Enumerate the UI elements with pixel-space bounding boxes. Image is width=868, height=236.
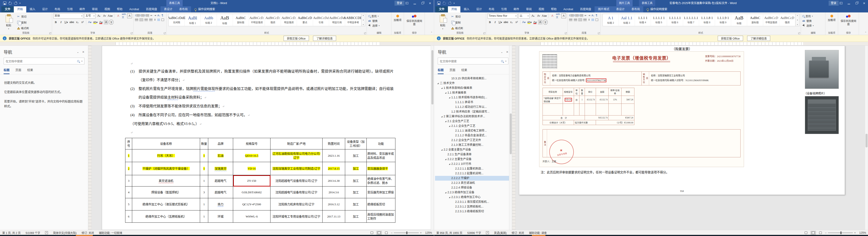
nav-heading-item[interactable]: 1 技术条款响应/偏差表 — [435, 86, 512, 91]
tab-插入[interactable]: 插入 — [460, 6, 473, 12]
zoom-level[interactable]: 125% — [424, 231, 432, 234]
get-office-button[interactable]: 获取正版 Office — [718, 36, 743, 41]
save-icon[interactable] — [3, 2, 6, 5]
search-icon[interactable] — [77, 60, 79, 62]
tab-邮件[interactable]: 邮件 — [76, 6, 89, 12]
format-painter-button[interactable]: 格式刷 — [451, 26, 463, 30]
font-size-combo[interactable]: 11▾ — [518, 13, 530, 19]
undo-icon[interactable] — [9, 2, 12, 5]
nav-heading-item[interactable]: 2.2.3 绝缘件加工设备 — [435, 190, 512, 195]
title-bar[interactable]: ▾ 图片工具 表格工具 宏泰电力-2025年变压器集中采购-包1投标文件 - W… — [434, 0, 868, 6]
style-item-引用[interactable]: AaBbCcDd引用 — [313, 14, 329, 26]
increase-indent-icon[interactable]: ⇥ — [154, 14, 156, 17]
subscript-icon[interactable]: x₂ — [509, 20, 514, 25]
style-item-不明显强调[interactable]: AaBbCcD不明显强调 — [763, 14, 779, 26]
addins-button[interactable]: 加载项 — [393, 13, 402, 22]
nav-heading-item[interactable]: 2.2.3.1 绝缘件加工中心 — [435, 195, 512, 200]
style-item-明显强调[interactable]: AaBbCcD.明显强调 — [281, 14, 297, 26]
styles-launcher-icon[interactable] — [364, 32, 366, 34]
clear-format-icon[interactable]: A — [550, 13, 555, 18]
qat-customize-icon[interactable]: ▾ — [20, 2, 21, 4]
font-color-icon[interactable]: A▾ — [98, 20, 103, 25]
copy-button[interactable]: 复制 — [451, 20, 463, 25]
sort-icon[interactable]: A↓ — [591, 14, 594, 17]
char-shading-icon[interactable]: A — [538, 20, 542, 25]
enclose-char-icon[interactable]: 字 — [109, 20, 114, 25]
decrease-indent-icon[interactable]: ⇤ — [585, 14, 587, 17]
nav-heading-item[interactable]: 2.2.2.2 干燥炉 — [435, 176, 512, 180]
bullets-icon[interactable] — [136, 14, 140, 17]
strikethrough-icon[interactable]: abc — [503, 20, 508, 25]
style-item-标题 7[interactable]: 1.1.1.1.1.1标题 7 — [683, 14, 699, 26]
styles-launcher-icon[interactable] — [798, 32, 800, 34]
style-item-标题 5[interactable]: 1.1.1.1 1标题 5 — [651, 14, 667, 26]
style-item-不明显强调[interactable]: AaBbCcD.不明显强调 — [249, 14, 265, 26]
expand-triangle-icon[interactable] — [445, 192, 446, 193]
format-painter-button[interactable]: 格式刷 — [17, 26, 29, 30]
style-item-不明显参考[interactable]: AABBCCDD不明显参考 — [345, 14, 361, 26]
enclose-char-icon[interactable]: 字 — [543, 20, 548, 25]
tab-布局[interactable]: 布局 — [51, 6, 64, 12]
tab-百度网盘[interactable]: 百度网盘 — [143, 6, 160, 12]
copy-button[interactable]: 复制 — [17, 20, 29, 25]
nav-heading-item[interactable]: 1.1.1 技术规格书逐条响应(... — [435, 95, 512, 100]
font-name-combo[interactable]: 宋体▾ — [54, 13, 83, 19]
equipment-table[interactable]: 序号设备名称数量品牌规格型号制造厂家/产地购置时间设备类型（加工/检验）功能1行… — [125, 138, 395, 223]
cut-button[interactable]: 剪切 — [17, 14, 29, 19]
justify-icon[interactable] — [583, 19, 587, 21]
nav-options-icon[interactable]: ⌄ — [77, 50, 79, 54]
subscript-icon[interactable]: x₂ — [75, 20, 80, 25]
search-dropdown-icon[interactable]: ▾ — [505, 60, 506, 62]
sort-icon[interactable]: A↓ — [157, 14, 160, 17]
shrink-font-icon[interactable]: A▾ — [102, 13, 107, 18]
nameplate-photo[interactable] — [805, 96, 839, 134]
document-page[interactable]: ↵ (1)提供关键生产设备清单，并提供整机及其铭牌照片，购置发票扫描件（如果发票… — [102, 46, 432, 230]
table-row[interactable]: 4焊接设备（氩弧焊机）3超越电气GOLDSTAR602沈阳超越电气设备有限公司/… — [125, 187, 395, 198]
align-right-icon[interactable] — [145, 19, 148, 21]
style-item-标题 3[interactable]: Aal 1.1标题 3 — [619, 14, 635, 26]
nav-close-icon[interactable]: ✕ — [506, 50, 508, 54]
font-name-combo[interactable]: Times New Ror▾ — [488, 13, 518, 19]
search-icon[interactable] — [501, 60, 503, 62]
find-button[interactable]: 查找▾ — [802, 14, 824, 18]
track-changes-indicator[interactable]: 修订: 关闭 — [512, 231, 524, 235]
expand-triangle-icon[interactable] — [441, 116, 442, 117]
tab-开始[interactable]: 开始 — [14, 6, 26, 12]
tab-审阅[interactable]: 审阅 — [89, 6, 101, 12]
select-button[interactable]: 选择▾ — [368, 24, 390, 27]
increase-indent-icon[interactable]: ⇥ — [588, 14, 590, 17]
tab-布局[interactable]: 布局 — [485, 6, 498, 12]
word-count[interactable]: 53996 个字 — [467, 231, 481, 235]
align-left-icon[interactable] — [569, 19, 572, 21]
print-layout-button[interactable] — [376, 231, 382, 235]
font-launcher-icon[interactable] — [565, 32, 567, 34]
char-border-icon[interactable]: A — [127, 13, 132, 18]
text-effects-icon[interactable]: A▾ — [522, 20, 526, 25]
nav-tab-页面[interactable]: 页面 — [450, 68, 455, 74]
nav-heading-item[interactable]: 2.1.1.2 非晶合金油浸式... — [435, 133, 512, 138]
line-spacing-icon[interactable]: ⇕ — [588, 18, 590, 21]
tab-帮助[interactable]: 帮助 — [114, 6, 126, 12]
tab-视图[interactable]: 视图 — [101, 6, 114, 12]
nav-search-input[interactable]: 在文档中搜索 ▾ — [4, 58, 85, 64]
read-mode-button[interactable] — [803, 231, 809, 235]
char-border-icon[interactable]: A — [561, 13, 566, 18]
text-effects-icon[interactable]: A▾ — [87, 20, 92, 25]
zoom-slider[interactable]: –+ — [825, 231, 856, 234]
nav-heading-item[interactable]: 2.2 全套主要生产设备 — [435, 147, 512, 152]
ribbon-display-options-icon[interactable] — [837, 0, 845, 6]
tab-邮件[interactable]: 邮件 — [510, 6, 523, 12]
restore-icon[interactable] — [418, 0, 426, 6]
close-icon[interactable]: ✕ — [860, 0, 868, 6]
tab-文件[interactable]: 文件 — [1, 6, 14, 12]
nav-heading-item[interactable]: 2.1.1 企业生产工艺 — [435, 124, 512, 128]
align-center-icon[interactable] — [574, 19, 577, 21]
shrink-font-icon[interactable]: A▾ — [536, 13, 541, 18]
style-item-标题 2[interactable]: A 1标题 2 — [603, 14, 619, 26]
minimize-icon[interactable] — [845, 0, 852, 6]
style-item-标题[interactable]: AaB标题 — [731, 14, 747, 26]
highlight-color-icon[interactable]: ab▾ — [527, 20, 532, 25]
doc-paragraph[interactable]: (2)整机照片需有生产环境背景，铭牌照片需能体现所要求的设备加工功能，如不能体现… — [138, 85, 394, 102]
restore-icon[interactable] — [852, 0, 860, 6]
nav-heading-item[interactable]: 2.1.3 施工工序质量控制... — [435, 143, 512, 147]
